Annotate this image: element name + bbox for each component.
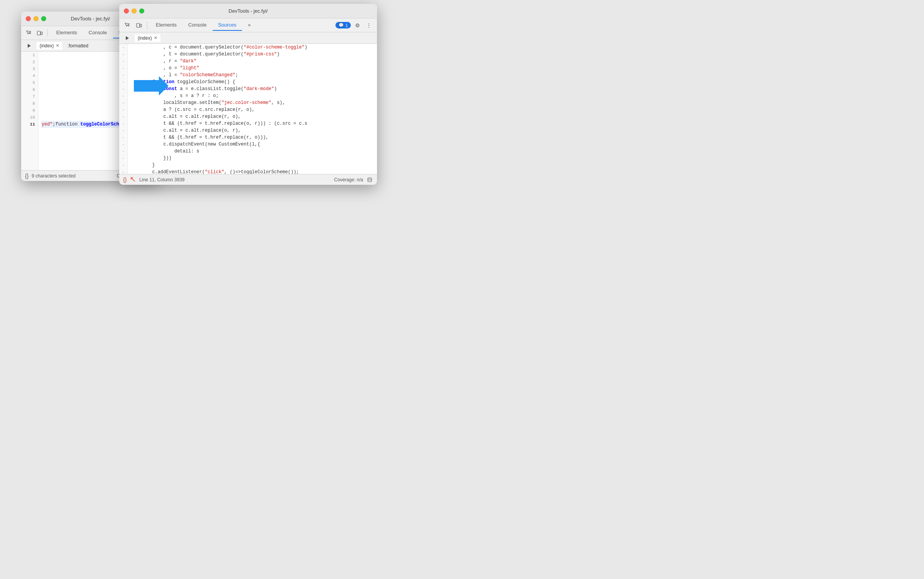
tab-sources-right[interactable]: Sources bbox=[213, 20, 242, 31]
badge-count: 1 bbox=[345, 23, 348, 28]
more-icon-right[interactable]: ⋮ bbox=[364, 20, 374, 30]
code-line-r1: , c = document.querySelector("#color-sch… bbox=[130, 44, 375, 51]
chat-badge[interactable]: 💬 1 bbox=[335, 22, 351, 28]
blue-arrow-svg bbox=[134, 76, 168, 95]
device-icon[interactable] bbox=[35, 28, 44, 38]
toolbar-divider-right bbox=[147, 22, 147, 29]
code-line-r14: t && (t.href = t.href.replace(r, o))), bbox=[130, 134, 375, 141]
code-line-r15: c.dispatchEvent(new CustomEvent(l,{ bbox=[130, 141, 375, 148]
format-icon-left[interactable]: {} bbox=[25, 173, 28, 179]
code-line-r16: detail: s bbox=[130, 148, 375, 155]
gutter-14: - bbox=[119, 134, 127, 141]
inspect-icon[interactable] bbox=[24, 28, 33, 38]
svg-rect-0 bbox=[37, 31, 40, 35]
svg-rect-7 bbox=[137, 23, 140, 27]
gutter-1: - bbox=[119, 44, 127, 51]
devtools-toolbar-right: Elements Console Sources » 💬 1 ⚙ ⋮ bbox=[119, 18, 377, 32]
svg-marker-2 bbox=[28, 44, 31, 48]
gutter-12: - bbox=[119, 120, 127, 127]
minimize-button-left[interactable] bbox=[33, 16, 38, 21]
scroll-up-icon-right[interactable] bbox=[366, 176, 373, 183]
close-button-left[interactable] bbox=[26, 16, 31, 21]
blue-arrow-container bbox=[134, 76, 165, 95]
red-arrow-indicator: ↙ bbox=[130, 175, 136, 184]
traffic-lights-right[interactable] bbox=[124, 8, 144, 13]
device-icon-right[interactable] bbox=[134, 20, 144, 30]
close-button-right[interactable] bbox=[124, 8, 129, 13]
settings-icon-right[interactable]: ⚙ bbox=[352, 20, 362, 30]
code-line-r17: })) bbox=[130, 155, 375, 162]
tab-console-left[interactable]: Console bbox=[83, 27, 112, 38]
file-tab-close-right[interactable]: ✕ bbox=[154, 35, 157, 40]
file-tab-index-left[interactable]: (index) ✕ bbox=[37, 42, 62, 50]
file-tab-index-label-right: (index) bbox=[138, 35, 152, 41]
gutter-13: - bbox=[119, 127, 127, 134]
code-line-r11: c.alt = c.alt.replace(r, o), bbox=[130, 113, 375, 120]
file-tab-index-right[interactable]: (index) ✕ bbox=[135, 34, 160, 42]
gutter-4: - bbox=[119, 65, 127, 72]
svg-rect-1 bbox=[41, 32, 42, 35]
code-line-r10: a ? (c.src = c.src.replace(r, o), bbox=[130, 106, 375, 113]
gutter-2: - bbox=[119, 51, 127, 58]
play-icon-left[interactable] bbox=[24, 41, 34, 51]
code-line-r19: c.addEventListener("click", ()=>toggleCo… bbox=[130, 169, 375, 174]
window-content-right: Elements Console Sources » 💬 1 ⚙ ⋮ bbox=[119, 18, 377, 185]
line-num-5: 5 bbox=[24, 79, 35, 86]
code-editor-right: - - - - - - - - - - - - - - - - - - - - bbox=[119, 44, 377, 174]
maximize-button-right[interactable] bbox=[139, 8, 144, 13]
gutter-19: - bbox=[119, 169, 127, 174]
gutter-15: - bbox=[119, 141, 127, 148]
diff-gutter: - - - - - - - - - - - - - - - - - - - - bbox=[119, 44, 128, 174]
gutter-11: - bbox=[119, 113, 127, 120]
gutter-16: - bbox=[119, 148, 127, 155]
window-title-right: DevTools - jec.fyi/ bbox=[228, 8, 268, 14]
gutter-17: - bbox=[119, 155, 127, 162]
tab-more-right[interactable]: » bbox=[243, 20, 256, 31]
status-text-left: 9 characters selected bbox=[32, 173, 75, 179]
tab-console-right[interactable]: Console bbox=[183, 20, 212, 31]
line-numbers-left: 1 2 3 4 5 6 7 8 9 10 11 bbox=[21, 52, 38, 170]
line-num-7: 7 bbox=[24, 93, 35, 100]
window-title-left: DevTools - jec.fyi/ bbox=[71, 16, 110, 22]
line-num-10: 10 bbox=[24, 114, 35, 121]
gutter-7: - bbox=[119, 85, 127, 92]
position-text-right: Line 11, Column 3939 bbox=[139, 177, 184, 182]
line-num-3: 3 bbox=[24, 65, 35, 72]
play-icon-right[interactable] bbox=[122, 33, 132, 43]
line-num-4: 4 bbox=[24, 72, 35, 79]
traffic-lights-left[interactable] bbox=[26, 16, 46, 21]
line-num-8: 8 bbox=[24, 100, 35, 107]
svg-rect-8 bbox=[140, 24, 142, 27]
minimize-button-right[interactable] bbox=[132, 8, 137, 13]
sources-topbar-right: (index) ✕ bbox=[119, 32, 377, 44]
code-line-r4: , o = "light" bbox=[130, 65, 375, 72]
code-line-r18: } bbox=[130, 162, 375, 169]
code-line-r2: , t = document.querySelector("#prism-css… bbox=[130, 51, 375, 58]
gutter-9: - bbox=[119, 99, 127, 106]
file-tab-close-left[interactable]: ✕ bbox=[56, 43, 59, 48]
file-tab-formatted-label: :formatted bbox=[68, 43, 88, 49]
gutter-18: - bbox=[119, 162, 127, 169]
chat-icon: 💬 bbox=[339, 23, 344, 28]
svg-marker-9 bbox=[126, 36, 129, 40]
tab-bar-right: Elements Console Sources » bbox=[150, 20, 334, 31]
file-tab-index-label: (index) bbox=[40, 43, 54, 49]
gutter-6: - bbox=[119, 79, 127, 85]
tab-elements-right[interactable]: Elements bbox=[150, 20, 182, 31]
code-line-r13: c.alt = c.alt.replace(o, r), bbox=[130, 127, 375, 134]
inspect-icon-right[interactable] bbox=[122, 20, 132, 30]
line-num-11: 11 bbox=[24, 121, 35, 128]
line-num-2: 2 bbox=[24, 59, 35, 65]
format-icon-right[interactable]: {} bbox=[123, 177, 127, 183]
maximize-button-left[interactable] bbox=[41, 16, 46, 21]
tab-elements-left[interactable]: Elements bbox=[51, 27, 82, 38]
gutter-10: - bbox=[119, 106, 127, 113]
svg-rect-10 bbox=[368, 178, 372, 182]
file-tab-formatted-left[interactable]: :formatted bbox=[65, 42, 92, 50]
titlebar-right: DevTools - jec.fyi/ bbox=[119, 4, 377, 18]
toolbar-right-icons: 💬 1 ⚙ ⋮ bbox=[335, 20, 374, 30]
gutter-5: - bbox=[119, 72, 127, 79]
gutter-8: - bbox=[119, 92, 127, 99]
code-content-right[interactable]: , c = document.querySelector("#color-sch… bbox=[128, 44, 377, 174]
code-line-r12: t && (t.href = t.href.replace(o, r))) : … bbox=[130, 120, 375, 127]
